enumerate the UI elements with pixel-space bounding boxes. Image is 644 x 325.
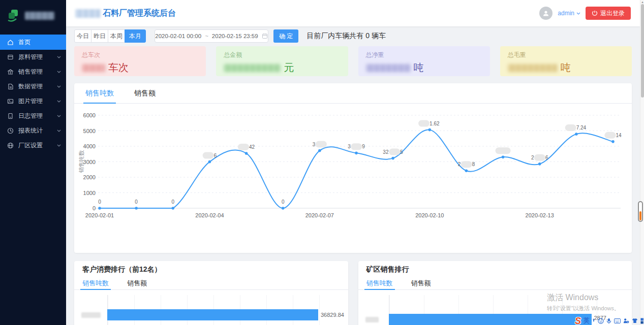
sidebar-item-home[interactable]: 首页 (0, 35, 66, 50)
quick-range-group: 今日 昨日 本周 本月 (74, 29, 146, 43)
bar-row: 36829.84 (81, 309, 344, 320)
svg-text:1.62: 1.62 (430, 121, 440, 126)
sidebar-item-label: 图片管理 (18, 97, 43, 106)
confirm-button[interactable]: 确 定 (273, 29, 298, 43)
ime-toolbox-icon[interactable] (623, 318, 629, 324)
customer-rank-title: 客户消费排行（前12名） (74, 261, 348, 277)
main-content: 今日 昨日 本周 本月 2020-02-01 00:00 ~ 2020-02-1… (66, 26, 640, 325)
svg-text:9: 9 (362, 144, 365, 149)
svg-text:2020-02-13: 2020-02-13 (526, 212, 554, 218)
sidebar-item-logs[interactable]: 日志管理 (0, 109, 66, 123)
bar-category-blurred (81, 312, 101, 318)
svg-text:6000: 6000 (83, 112, 96, 118)
vehicle-status-text: 目前厂内车辆共有 0 辆车 (306, 31, 386, 41)
mine-rank-title: 矿区销售排行 (358, 261, 632, 277)
ime-comma-icon[interactable] (592, 318, 595, 323)
svg-text:4000: 4000 (83, 143, 96, 149)
ime-skin-icon[interactable] (632, 318, 638, 323)
sidebar-item-label: 数据管理 (18, 82, 43, 91)
range-month-button[interactable]: 本月 (125, 29, 146, 43)
sidebar-item-label: 厂区设置 (18, 141, 43, 150)
tab-sales-tons[interactable]: 销售吨数 (85, 83, 114, 103)
sidebar-item-label: 销售管理 (18, 68, 43, 76)
top-header: 石料厂管理系统后台 admin 退出登录 (66, 0, 640, 26)
svg-text:3000: 3000 (83, 159, 96, 165)
scrollbar-up-arrow[interactable]: ▲ (641, 1, 644, 4)
mine-rank-tabs: 销售吨数 销售额 (358, 277, 632, 290)
svg-text:0: 0 (93, 205, 96, 211)
ime-keyboard-icon[interactable] (614, 318, 621, 323)
date-separator: ~ (205, 33, 208, 39)
sogou-logo-icon[interactable]: S (575, 316, 581, 325)
browser-scrollbar[interactable]: ▲ (640, 0, 644, 325)
svg-text:5: 5 (400, 149, 403, 155)
svg-text:2020-02-01: 2020-02-01 (85, 212, 114, 218)
sidebar-item-label: 首页 (18, 38, 30, 47)
customer-rank-bar-chart: 36829.84 (81, 290, 348, 325)
sidebar-menu: 首页 原料管理 销售管理 数据管理 图片管理 日志管理 (0, 35, 66, 153)
ime-grid-icon[interactable] (640, 318, 644, 324)
stat-card-gross-weight: 总毛重 吨 (500, 46, 632, 76)
sidebar-item-reports[interactable]: 报表统计 (0, 123, 66, 138)
date-end: 2020-02-15 23:59 (212, 33, 258, 39)
tab-sales-tons[interactable]: 销售吨数 (82, 277, 109, 289)
stat-card-net-weight: 总净重 吨 (358, 46, 490, 76)
range-week-button[interactable]: 本周 (108, 29, 125, 43)
sidebar-item-materials[interactable]: 原料管理 (0, 50, 66, 64)
tab-sales-amount[interactable]: 销售额 (127, 277, 147, 289)
stat-card-trips: 总车次 车次 (74, 46, 206, 76)
svg-text:14: 14 (616, 133, 622, 138)
sales-trend-card: 销售吨数 销售额 0100020003000400050006000销售吨数20… (74, 83, 632, 253)
date-range-input[interactable]: 2020-02-01 00:00 ~ 2020-02-15 23:59 (155, 29, 268, 43)
svg-text:32: 32 (383, 149, 389, 155)
user-icon (542, 10, 549, 17)
stat-label: 总毛重 (508, 51, 624, 59)
svg-text:6: 6 (545, 155, 548, 160)
range-today-button[interactable]: 今日 (74, 29, 91, 43)
logo-icon (6, 8, 21, 23)
ime-side-handle[interactable] (638, 201, 643, 222)
sidebar-item-sales[interactable]: 销售管理 (0, 64, 66, 79)
logout-label: 退出登录 (600, 9, 625, 18)
svg-text:3: 3 (313, 142, 316, 147)
sidebar-item-data[interactable]: 数据管理 (0, 79, 66, 94)
svg-text:8: 8 (472, 161, 475, 167)
sidebar-item-label: 原料管理 (18, 53, 43, 61)
logo (0, 0, 66, 31)
ime-toolbar: S 英 (575, 316, 644, 325)
range-yesterday-button[interactable]: 昨日 (91, 29, 108, 43)
scrollbar-thumb[interactable] (641, 4, 644, 98)
ime-emoji-icon[interactable] (598, 318, 604, 324)
svg-text:0: 0 (98, 199, 101, 205)
sidebar-item-label: 报表统计 (18, 126, 43, 135)
stat-unit: 车次 (108, 61, 129, 75)
svg-text:2020-02-04: 2020-02-04 (195, 212, 224, 218)
sidebar-item-label: 日志管理 (18, 112, 43, 120)
stat-unit: 吨 (561, 61, 571, 75)
stat-label: 总金额 (224, 51, 340, 59)
stat-value-blurred (224, 64, 281, 72)
svg-text:0: 0 (282, 199, 285, 205)
stat-label: 总净重 (366, 51, 482, 59)
stat-value-blurred (82, 64, 105, 72)
sidebar-item-settings[interactable]: 厂区设置 (0, 138, 66, 153)
logout-button[interactable]: 退出登录 (586, 7, 631, 20)
ime-mic-icon[interactable] (606, 318, 611, 324)
tab-sales-amount[interactable]: 销售额 (411, 277, 431, 289)
svg-text:7.24: 7.24 (576, 125, 587, 131)
bar (389, 314, 592, 325)
tab-sales-tons[interactable]: 销售吨数 (366, 277, 393, 289)
filter-bar: 今日 昨日 本周 本月 2020-02-01 00:00 ~ 2020-02-1… (74, 29, 632, 43)
svg-text:2: 2 (458, 161, 461, 167)
stats-row: 总车次 车次 总金额 元 总净重 吨 总毛重 吨 (74, 46, 632, 76)
page-title: 石料厂管理系统后台 (75, 8, 176, 19)
ime-language-indicator[interactable]: 英 (584, 316, 590, 325)
bar-row: 2877. (365, 314, 608, 325)
bar-category-blurred (365, 317, 379, 322)
tab-sales-amount[interactable]: 销售额 (134, 83, 156, 103)
avatar[interactable] (539, 7, 553, 20)
sidebar-item-images[interactable]: 图片管理 (0, 94, 66, 109)
svg-text:2020-02-07: 2020-02-07 (305, 212, 334, 218)
username-dropdown[interactable]: admin (558, 10, 580, 17)
stat-value-blurred (508, 64, 558, 72)
